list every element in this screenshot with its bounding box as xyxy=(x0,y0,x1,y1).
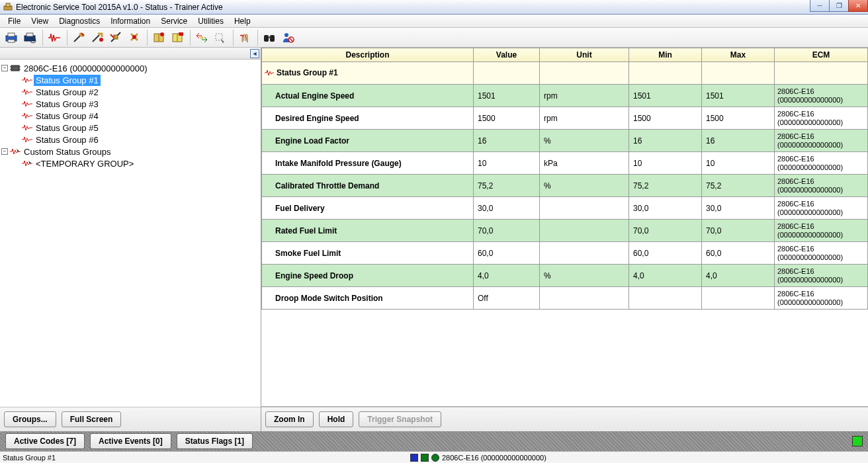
tool1-icon[interactable] xyxy=(70,29,87,46)
table-row[interactable]: Engine Speed Droop4,0%4,04,02806C-E16(00… xyxy=(262,265,868,287)
minimize-button[interactable]: ─ xyxy=(810,0,830,12)
wave-cursor-icon xyxy=(22,159,32,168)
person-icon[interactable] xyxy=(279,29,296,46)
expander-icon[interactable]: − xyxy=(1,148,8,155)
expander-icon[interactable]: − xyxy=(1,65,8,71)
cell-max: 70,0 xyxy=(702,220,775,242)
cell-ecm: 2806C-E16(000000000000000) xyxy=(775,130,868,152)
zoomin-button[interactable]: Zoom In xyxy=(265,411,314,427)
cell-min: 70,0 xyxy=(629,220,702,242)
chip-icon xyxy=(10,63,21,73)
titlebar: Electronic Service Tool 2015A v1.0 - Sta… xyxy=(0,0,868,15)
cursor-icon[interactable] xyxy=(212,29,229,46)
groups-button[interactable]: Groups... xyxy=(4,411,56,427)
fullscreen-button[interactable]: Full Screen xyxy=(62,411,122,427)
col-header[interactable]: ECM xyxy=(775,48,868,62)
table-row[interactable]: Droop Mode Switch PositionOff2806C-E16(0… xyxy=(262,287,868,310)
menu-diagnostics[interactable]: Diagnostics xyxy=(54,15,105,27)
tool4-icon[interactable] xyxy=(126,29,143,46)
svg-rect-1 xyxy=(6,3,10,7)
tree-group-label: Status Group #4 xyxy=(34,110,101,122)
book1-icon[interactable] xyxy=(150,29,167,46)
table-row[interactable]: Calibrated Throttle Demand75,2%75,275,22… xyxy=(262,175,868,197)
tree-device-label: 2806C-E16 (000000000000000) xyxy=(22,63,150,74)
tool3-icon[interactable] xyxy=(107,29,124,46)
col-header[interactable]: Description xyxy=(262,48,474,62)
col-header[interactable]: Unit xyxy=(540,48,629,62)
left-panel: ◄ − 2806C-E16 (000000000000000) Status G… xyxy=(0,48,261,431)
table-row[interactable]: Engine Load Factor16%16162806C-E16(00000… xyxy=(262,130,868,152)
tree-status-group[interactable]: Status Group #6 xyxy=(1,134,259,146)
cell-unit xyxy=(540,220,629,242)
group-header-cell: Status Group #1 xyxy=(262,62,474,85)
cell-unit xyxy=(540,287,629,310)
cell-unit: rpm xyxy=(540,85,629,107)
tabs-bar: Active Codes [7] Active Events [0] Statu… xyxy=(0,431,868,451)
table-row[interactable]: Desired Engine Speed1500rpm150015002806C… xyxy=(262,107,868,130)
cell-desc: Desired Engine Speed xyxy=(262,107,474,130)
waveform-icon[interactable] xyxy=(46,29,63,46)
book2-icon[interactable] xyxy=(169,29,186,46)
tree-status-group[interactable]: Status Group #1 xyxy=(1,74,259,86)
tree-group-label: Status Group #3 xyxy=(34,99,101,110)
cell-unit xyxy=(540,197,629,220)
binoculars-icon[interactable] xyxy=(261,29,278,46)
cell-ecm: 2806C-E16(000000000000000) xyxy=(775,287,868,310)
cell-value: 1500 xyxy=(474,107,540,130)
svg-rect-22 xyxy=(200,36,203,39)
menu-utilities[interactable]: Utilities xyxy=(193,15,229,27)
menubar: FileViewDiagnosticsInformationServiceUti… xyxy=(0,15,868,28)
cell-unit: kPa xyxy=(540,152,629,175)
wave-cursor-icon xyxy=(10,147,21,156)
menu-help[interactable]: Help xyxy=(229,15,256,27)
tree-status-group[interactable]: Status Group #2 xyxy=(1,86,259,98)
svg-rect-6 xyxy=(26,33,33,36)
svg-point-15 xyxy=(132,35,136,39)
hand-icon[interactable] xyxy=(236,29,253,46)
table-row[interactable]: Smoke Fuel Limit60,060,060,02806C-E16(00… xyxy=(262,242,868,265)
arrows-icon[interactable] xyxy=(193,29,210,46)
status-indicator xyxy=(852,436,863,446)
cell-unit: % xyxy=(540,265,629,287)
collapse-panel-icon[interactable]: ◄ xyxy=(250,49,259,58)
tree-device[interactable]: − 2806C-E16 (000000000000000) xyxy=(1,62,259,74)
tree-status-group[interactable]: Status Group #3 xyxy=(1,98,259,110)
close-button[interactable]: ✕ xyxy=(848,0,868,12)
table-row[interactable]: Rated Fuel Limit70,070,070,02806C-E16(00… xyxy=(262,220,868,242)
tree: − 2806C-E16 (000000000000000) Status Gro… xyxy=(0,60,261,407)
tree-status-group[interactable]: Status Group #5 xyxy=(1,122,259,134)
table-row[interactable]: Actual Engine Speed1501rpm150115012806C-… xyxy=(262,85,868,107)
cell-desc: Rated Fuel Limit xyxy=(262,220,474,242)
maximize-button[interactable]: ❐ xyxy=(829,0,849,12)
tree-status-group[interactable]: Status Group #4 xyxy=(1,110,259,122)
status-grid: DescriptionValueUnitMinMaxECM Status Gro… xyxy=(261,48,868,407)
cell-min: 1500 xyxy=(629,107,702,130)
svg-rect-25 xyxy=(270,35,275,42)
tool2-icon[interactable] xyxy=(89,29,106,46)
tree-custom[interactable]: − Custom Status Groups xyxy=(1,146,259,157)
menu-file[interactable]: File xyxy=(3,15,26,27)
tree-temp-group[interactable]: <TEMPORARY GROUP> xyxy=(1,157,259,169)
cell-value: 4,0 xyxy=(474,265,540,287)
tab-active-events[interactable]: Active Events [0] xyxy=(90,433,171,449)
menu-view[interactable]: View xyxy=(26,15,54,27)
svg-line-8 xyxy=(74,35,81,42)
statusbar-left: Status Group #1 xyxy=(3,454,56,462)
print-preview-icon[interactable] xyxy=(21,29,38,46)
hold-button[interactable]: Hold xyxy=(319,411,354,427)
col-header[interactable]: Min xyxy=(629,48,702,62)
table-row[interactable]: Fuel Delivery30,030,030,02806C-E16(00000… xyxy=(262,197,868,220)
menu-information[interactable]: Information xyxy=(105,15,155,27)
tab-active-codes[interactable]: Active Codes [7] xyxy=(5,433,85,449)
table-row[interactable]: Intake Manifold Pressure (Gauge)10kPa101… xyxy=(262,152,868,175)
col-header[interactable]: Value xyxy=(474,48,540,62)
cell-desc: Engine Speed Droop xyxy=(262,265,474,287)
print-icon[interactable] xyxy=(3,29,20,46)
cell-max: 60,0 xyxy=(702,242,775,265)
tree-group-label: Status Group #6 xyxy=(34,134,101,146)
cell-ecm: 2806C-E16(000000000000000) xyxy=(775,220,868,242)
menu-service[interactable]: Service xyxy=(155,15,193,27)
svg-point-27 xyxy=(284,33,288,37)
tab-status-flags[interactable]: Status Flags [1] xyxy=(177,433,253,449)
col-header[interactable]: Max xyxy=(702,48,775,62)
